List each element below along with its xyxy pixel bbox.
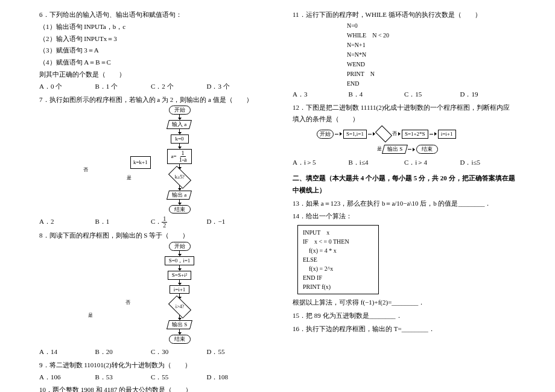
q6-l4: （4）赋值语句 A＝B＝C bbox=[39, 57, 262, 69]
q9-opt-c: C．55 bbox=[151, 371, 207, 384]
q11-opt-d: D．19 bbox=[460, 89, 516, 101]
q7-opt-d: D．−1 bbox=[207, 216, 263, 229]
q9-options: A．106 B．53 C．55 D．108 bbox=[39, 371, 262, 384]
q10: 10．两个整数 1908 和 4187 的最大公约数是（ ） A．51 B．43… bbox=[39, 384, 262, 392]
q9: 9．将二进制数 110101(2)转化为十进制数为（ ） A．106 B．53 … bbox=[39, 359, 262, 384]
fc-cond bbox=[375, 125, 392, 142]
fc-inc: i=i+1 bbox=[170, 285, 190, 294]
q6-opt-d: D．3 个 bbox=[207, 81, 263, 93]
q7-opt-b: B．1 bbox=[95, 216, 151, 229]
q12-flowchart: 开始 S=1,i=1 否 S=1+2*S i=i+1 是 输出 S 结束 bbox=[293, 129, 516, 157]
fc-assign: a= 11-a bbox=[167, 149, 192, 164]
code-l1: INPUT x bbox=[303, 228, 373, 237]
code-l2: WHILE N < 20 bbox=[347, 31, 516, 40]
q7-stem: 7．执行如图所示的程序框图，若输入的 a 为 2，则输出的 a 值是（ ） bbox=[39, 94, 262, 106]
code-l7: PRINT f(x) bbox=[303, 282, 373, 291]
q6-l5: 则其中正确的个数是（ ） bbox=[39, 69, 262, 81]
q8-flowchart: 开始 S=0，i=1 S=S+i² i=i+1 i>4? 否 是 输出 S 结束 bbox=[97, 242, 262, 344]
q9-opt-a: A．106 bbox=[39, 371, 95, 384]
q16: 16．执行下边的程序框图，输出的 T=________． bbox=[293, 323, 516, 335]
code-l1: N=0 bbox=[347, 21, 516, 31]
q12-options: A．i＞5 B．i≤4 C．i＞4 D．i≤5 bbox=[293, 157, 516, 169]
fc-yes: 是 bbox=[377, 145, 382, 153]
fc-end: 结束 bbox=[416, 145, 438, 154]
q13: 13．如果 a＝123，那么在执行 b＝a/10−a\10 后，b 的值是___… bbox=[293, 198, 516, 210]
fc-cond: k≥5? bbox=[168, 166, 191, 189]
fc-cond: i>4? bbox=[168, 296, 191, 318]
q6-l3: （3）赋值语句 3＝A bbox=[39, 45, 262, 57]
q7-options: A．2 B．1 C．12 D．−1 bbox=[39, 216, 262, 229]
q6-stem: 6．下列给出的输入语句、输出语句和赋值语句： bbox=[39, 9, 262, 21]
q6-options: A．0 个 B．1 个 C．2 个 D．3 个 bbox=[39, 81, 262, 93]
fc-yes: 是 bbox=[88, 311, 93, 320]
q11-stem: 11．运行下面的程序时，WHILE 循环语句的执行次数是（ ） bbox=[293, 9, 516, 21]
fc-start: 开始 bbox=[169, 242, 191, 251]
q14-post: 根据以上算法，可求得 f(−1)+f(2)=________． bbox=[293, 297, 516, 309]
fc-init: k=0 bbox=[171, 134, 189, 144]
fc-out: 输出 S bbox=[166, 320, 192, 329]
fc-out: 输出 S bbox=[382, 145, 408, 154]
q7: 7．执行如图所示的程序框图，若输入的 a 为 2，则输出的 a 值是（ ） 开始… bbox=[39, 94, 262, 229]
fc-input: 输入 a bbox=[166, 120, 192, 129]
q10-stem: 10．两个整数 1908 和 4187 的最大公约数是（ ） bbox=[39, 384, 262, 392]
fc-inc: k=k+1 bbox=[130, 156, 151, 168]
q8-opt-a: A．14 bbox=[39, 346, 95, 358]
fc-init: S=1,i=1 bbox=[343, 130, 367, 139]
left-column: 6．下列给出的输入语句、输出语句和赋值语句： （1）输出语句 INPUTa，b，… bbox=[39, 9, 262, 383]
q9-opt-d: D．108 bbox=[207, 371, 263, 384]
fc-no: 否 bbox=[83, 166, 88, 174]
q7-opt-a: A．2 bbox=[39, 216, 95, 229]
right-column: 11．运行下面的程序时，WHILE 循环语句的执行次数是（ ） N=0 WHIL… bbox=[293, 9, 516, 383]
q12-opt-c: C．i＞4 bbox=[404, 157, 460, 169]
q11-options: A．3 B．4 C．15 D．19 bbox=[293, 89, 516, 101]
code-l2: IF x < = 0 THEN bbox=[303, 237, 373, 246]
q11-opt-a: A．3 bbox=[293, 89, 349, 101]
code-l5: WEND bbox=[347, 60, 516, 69]
section2-title: 二、填空题（本大题共 4 个小题，每小题 5 分，共 20 分，把正确答案填在题… bbox=[293, 172, 516, 197]
fc-no: 否 bbox=[392, 130, 397, 138]
q7-flowchart: 开始 输入 a k=0 a= 11-a k=k+1 k≥5? 是 否 输出 a … bbox=[97, 106, 262, 213]
q12-opt-a: A．i＞5 bbox=[293, 157, 349, 169]
q14-stem: 14．给出一个算法： bbox=[293, 210, 516, 223]
q9-opt-b: B．53 bbox=[95, 371, 151, 384]
q6-opt-b: B．1 个 bbox=[95, 81, 151, 93]
fc-yes: 是 bbox=[127, 174, 132, 182]
q8-opt-c: C．30 bbox=[151, 346, 207, 358]
q12-opt-d: D．i≤5 bbox=[460, 157, 516, 169]
q7-opt-c: C．12 bbox=[151, 216, 207, 229]
code-l5: f(x) = 2^x bbox=[303, 264, 373, 273]
code-l7: END bbox=[347, 79, 516, 89]
fc-no: 否 bbox=[125, 299, 130, 307]
fc-start: 开始 bbox=[169, 106, 191, 115]
q8-opt-d: D．55 bbox=[207, 346, 263, 358]
code-l3: f(x) = 4 * x bbox=[303, 246, 373, 255]
code-l6: END IF bbox=[303, 273, 373, 282]
q6-opt-a: A．0 个 bbox=[39, 81, 95, 93]
q8: 8．阅读下面的程序框图，则输出的 S 等于（ ） 开始 S=0，i=1 S=S+… bbox=[39, 230, 262, 358]
q8-stem: 8．阅读下面的程序框图，则输出的 S 等于（ ） bbox=[39, 230, 262, 242]
code-l4: ELSE bbox=[303, 255, 373, 264]
q12-stem: 12．下图是把二进制数 11111(2)化成十进制数的一个程序框图，判断框内应填… bbox=[293, 102, 516, 126]
q9-stem: 9．将二进制数 110101(2)转化为十进制数为（ ） bbox=[39, 359, 262, 371]
q11-opt-b: B．4 bbox=[349, 89, 405, 101]
fc-inc: i=i+1 bbox=[438, 130, 456, 139]
q6-l2: （2）输入语句 INPUTx＝3 bbox=[39, 33, 262, 45]
q11: 11．运行下面的程序时，WHILE 循环语句的执行次数是（ ） N=0 WHIL… bbox=[293, 9, 516, 101]
q6: 6．下列给出的输入语句、输出语句和赋值语句： （1）输出语句 INPUTa，b，… bbox=[39, 9, 262, 93]
q6-l1: （1）输出语句 INPUTa，b，c bbox=[39, 21, 262, 33]
q12: 12．下图是把二进制数 11111(2)化成十进制数的一个程序框图，判断框内应填… bbox=[293, 102, 516, 169]
q8-options: A．14 B．20 C．30 D．55 bbox=[39, 346, 262, 358]
q14: 14．给出一个算法： INPUT x IF x < = 0 THEN f(x) … bbox=[293, 210, 516, 309]
fc-calc: S=1+2*S bbox=[402, 130, 428, 139]
q11-code: N=0 WHILE N < 20 N=N+1 N=N*N WEND PRINT … bbox=[347, 21, 516, 89]
q8-opt-b: B．20 bbox=[95, 346, 151, 358]
code-l3: N=N+1 bbox=[347, 40, 516, 50]
fc-end: 结束 bbox=[169, 205, 191, 214]
code-l4: N=N*N bbox=[347, 50, 516, 60]
q12-opt-b: B．i≤4 bbox=[349, 157, 405, 169]
fc-init: S=0，i=1 bbox=[165, 256, 195, 265]
fc-end: 结束 bbox=[169, 335, 191, 344]
q14-code: INPUT x IF x < = 0 THEN f(x) = 4 * x ELS… bbox=[297, 225, 379, 294]
fc-assign: S=S+i² bbox=[168, 271, 191, 280]
q6-opt-c: C．2 个 bbox=[151, 81, 207, 93]
